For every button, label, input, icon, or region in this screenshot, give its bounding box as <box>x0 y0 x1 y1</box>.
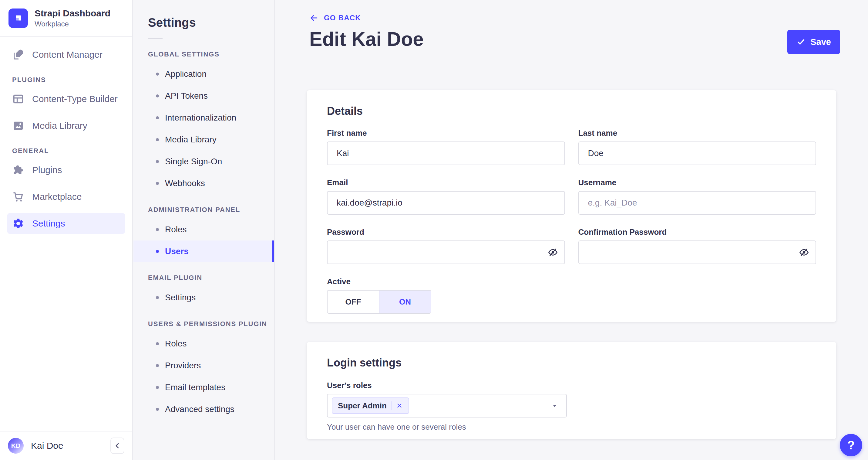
chevron-down-icon <box>551 402 558 409</box>
layout-grid-icon <box>12 93 24 105</box>
subnav-item-email-settings[interactable]: Settings <box>133 287 274 309</box>
subnav-item-internationalization[interactable]: Internationalization <box>133 107 274 129</box>
subnav-section-global-settings: GLOBAL SETTINGS Application API Tokens I… <box>133 50 274 194</box>
active-toggle-on[interactable]: ON <box>379 291 431 313</box>
login-settings-card: Login settings User's roles Super Admin <box>307 342 836 439</box>
close-icon <box>396 402 403 409</box>
sidebar-section-general: GENERAL <box>12 147 125 155</box>
subnav-item-api-tokens[interactable]: API Tokens <box>133 85 274 107</box>
arrow-left-icon <box>309 13 318 23</box>
sidebar-item-plugins[interactable]: Plugins <box>7 160 125 180</box>
username-field-group: Username <box>578 178 816 215</box>
puzzle-icon <box>12 164 24 176</box>
page-title: Edit Kai Doe <box>309 28 424 50</box>
confirmation-password-input[interactable] <box>578 240 816 264</box>
subnav-item-providers[interactable]: Providers <box>133 355 274 376</box>
subnav-item-users[interactable]: Users <box>133 240 274 262</box>
sidebar-item-label: Media Library <box>32 120 87 131</box>
password-input[interactable] <box>327 240 565 264</box>
shopping-cart-icon <box>12 191 24 203</box>
save-button[interactable]: Save <box>787 30 840 54</box>
subnav-section-header: GLOBAL SETTINGS <box>148 50 274 58</box>
email-field-group: Email <box>327 178 565 215</box>
go-back-link[interactable]: GO BACK <box>309 13 361 23</box>
last-name-input[interactable] <box>578 142 816 165</box>
collapse-sidebar-button[interactable] <box>111 437 124 454</box>
username-input[interactable] <box>578 191 816 215</box>
subnav-item-roles-up[interactable]: Roles <box>133 333 274 355</box>
sidebar-item-settings[interactable]: Settings <box>7 213 125 234</box>
password-label: Password <box>327 227 565 237</box>
details-card: Details First name Last name Email Usern… <box>307 90 836 322</box>
chevron-left-icon <box>113 441 122 450</box>
password-visibility-toggle[interactable] <box>545 245 561 260</box>
sidebar-item-content-manager[interactable]: Content Manager <box>7 44 125 65</box>
subnav-section-header: USERS & PERMISSIONS PLUGIN <box>148 320 274 328</box>
go-back-label: GO BACK <box>324 14 361 22</box>
help-button[interactable]: ? <box>840 434 862 456</box>
active-toggle-off[interactable]: OFF <box>328 291 379 313</box>
question-mark-icon: ? <box>847 438 855 452</box>
workspace-name: Workplace <box>35 20 111 29</box>
roles-helper-text: Your user can have one or several roles <box>327 422 816 432</box>
subnav-item-roles-admin[interactable]: Roles <box>133 219 274 240</box>
strapi-logo-icon <box>8 8 28 28</box>
feather-pen-icon <box>12 49 24 61</box>
email-input[interactable] <box>327 191 565 215</box>
chip-separator <box>391 401 392 410</box>
sidebar-item-content-type-builder[interactable]: Content-Type Builder <box>7 89 125 109</box>
workspace-switcher[interactable]: Strapi Dashboard Workplace <box>0 0 132 36</box>
sidebar-footer: KD Kai Doe <box>0 431 132 460</box>
sidebar-item-label: Settings <box>32 218 65 229</box>
app-sidebar: Strapi Dashboard Workplace Content Manag… <box>0 0 133 460</box>
confirmation-password-label: Confirmation Password <box>578 227 816 237</box>
subnav-item-webhooks[interactable]: Webhooks <box>133 172 274 194</box>
user-name: Kai Doe <box>31 440 63 451</box>
eye-off-icon <box>548 247 558 257</box>
save-label: Save <box>810 37 831 47</box>
sidebar-item-marketplace[interactable]: Marketplace <box>7 186 125 207</box>
details-fields-grid: First name Last name Email Username Pass… <box>327 128 816 314</box>
sidebar-item-label: Content-Type Builder <box>32 94 118 104</box>
login-settings-title: Login settings <box>327 356 816 369</box>
role-chip: Super Admin <box>332 398 409 414</box>
subnav-section-users-permissions-plugin: USERS & PERMISSIONS PLUGIN Roles Provide… <box>133 320 274 420</box>
subnav-section-header: ADMINISTRATION PANEL <box>148 206 274 214</box>
eye-off-icon <box>799 247 809 257</box>
sidebar-item-label: Marketplace <box>32 192 82 202</box>
confirmation-password-field-group: Confirmation Password <box>578 227 816 264</box>
sidebar-item-label: Content Manager <box>32 50 102 60</box>
active-toggle[interactable]: OFF ON <box>327 290 431 314</box>
workspace-info: Strapi Dashboard Workplace <box>35 8 111 29</box>
gear-icon <box>12 218 24 230</box>
check-icon <box>797 37 806 47</box>
active-label: Active <box>327 277 565 286</box>
user-avatar: KD <box>8 438 24 454</box>
details-card-title: Details <box>327 105 816 117</box>
role-chip-label: Super Admin <box>338 401 387 410</box>
email-label: Email <box>327 178 565 188</box>
password-field-group: Password <box>327 227 565 264</box>
sidebar-item-label: Plugins <box>32 165 62 175</box>
main-content: GO BACK Edit Kai Doe Save Details First … <box>275 0 868 460</box>
app-navigation: Content Manager PLUGINS Content-Type Bui… <box>0 37 132 234</box>
last-name-label: Last name <box>578 128 816 138</box>
first-name-input[interactable] <box>327 142 565 165</box>
first-name-label: First name <box>327 128 565 138</box>
sidebar-section-plugins: PLUGINS <box>12 76 125 84</box>
subnav-item-email-templates[interactable]: Email templates <box>133 376 274 398</box>
subnav-item-advanced-settings[interactable]: Advanced settings <box>133 398 274 420</box>
confirmation-password-visibility-toggle[interactable] <box>796 245 812 260</box>
user-roles-select[interactable]: Super Admin <box>327 394 567 418</box>
first-name-field-group: First name <box>327 128 565 165</box>
subnav-item-application[interactable]: Application <box>133 63 274 85</box>
subnav-section-email-plugin: EMAIL PLUGIN Settings <box>133 274 274 309</box>
remove-role-button[interactable] <box>396 402 403 409</box>
last-name-field-group: Last name <box>578 128 816 165</box>
subnav-title: Settings <box>148 16 274 29</box>
active-field-group: Active OFF ON <box>327 277 565 314</box>
subnav-item-media-library[interactable]: Media Library <box>133 129 274 151</box>
sidebar-item-media-library[interactable]: Media Library <box>7 115 125 136</box>
subnav-item-single-sign-on[interactable]: Single Sign-On <box>133 151 274 172</box>
image-icon <box>12 120 24 132</box>
